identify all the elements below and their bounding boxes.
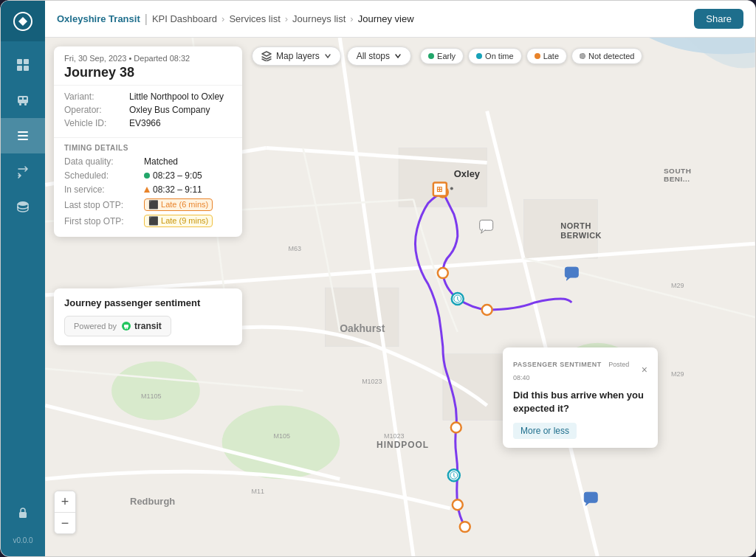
bus-icon — [16, 93, 30, 108]
scheduled-dot — [144, 173, 150, 179]
svg-point-43 — [482, 305, 492, 315]
svg-text:M1105: M1105 — [141, 392, 161, 400]
vehicle-label: Vehicle ID: — [64, 118, 123, 128]
sidebar-item-bus[interactable] — [1, 83, 45, 118]
legend-notdetected: Not detected — [571, 48, 642, 64]
svg-rect-14 — [19, 512, 27, 518]
timing-inservice: In service: 08:32 – 9:11 — [64, 184, 232, 195]
map-layers-button[interactable]: Map layers — [252, 46, 341, 66]
chevron-down-stops-icon — [394, 52, 402, 60]
sidebar-item-transfer[interactable] — [1, 153, 45, 189]
zoom-controls: + − — [54, 491, 76, 534]
scheduled-value: 08:23 – 9:05 — [144, 170, 202, 181]
popup-close-button[interactable]: × — [642, 364, 647, 375]
variant-label: Variant: — [64, 91, 123, 102]
svg-point-45 — [453, 499, 463, 510]
svg-text:M29: M29 — [671, 282, 684, 289]
map-toolbar: Map layers All stops Early — [252, 46, 743, 66]
all-stops-button[interactable]: All stops — [347, 46, 411, 66]
sidebar-item-lock[interactable] — [1, 495, 45, 530]
svg-text:M1023: M1023 — [384, 432, 404, 440]
timing-section: TIMING DETAILS Data quality: Matched Sch… — [54, 137, 242, 237]
sentiment-panel: Journey passenger sentiment Powered by t… — [54, 288, 242, 345]
breadcrumb-journeys[interactable]: Journeys list — [292, 13, 346, 24]
layers-icon — [261, 51, 272, 61]
svg-line-30 — [524, 258, 755, 317]
svg-rect-6 — [19, 103, 21, 105]
list-icon — [16, 128, 30, 143]
lock-icon — [16, 505, 30, 520]
map-container[interactable]: M1022 M63 M1023 M1105 M105 M11 M29 M29 M… — [45, 38, 755, 556]
ontime-dot — [476, 53, 482, 59]
svg-text:BENI...: BENI... — [664, 175, 690, 183]
svg-rect-8 — [19, 97, 22, 100]
operator-value: Oxley Bus Company — [129, 105, 210, 115]
legend-early: Early — [420, 48, 464, 64]
variant-value: Little Northpool to Oxley — [129, 91, 224, 102]
share-button[interactable]: Share — [694, 9, 743, 29]
breadcrumb-current: Journey view — [358, 13, 414, 24]
late-dot — [535, 53, 540, 59]
operator-label: Operator: — [64, 105, 123, 115]
svg-rect-2 — [24, 59, 29, 64]
timing-title: TIMING DETAILS — [64, 144, 232, 152]
sidebar-item-grid[interactable] — [1, 47, 45, 83]
svg-rect-55 — [480, 220, 493, 230]
map-layers-label: Map layers — [276, 51, 320, 61]
map-legend: Early On time Late Not detected — [420, 48, 642, 64]
zoom-out-button[interactable]: − — [55, 513, 75, 533]
zoom-in-button[interactable]: + — [55, 491, 75, 512]
journey-date: Fri, 30 Sep, 2023 • Departed 08:32 — [64, 54, 232, 63]
svg-point-16 — [111, 361, 200, 421]
legend-ontime: On time — [468, 48, 522, 64]
popup-question: Did this bus arrive when you expected it… — [513, 389, 647, 415]
timing-firststop: First stop OTP: ⬛ Late (9 mins) — [64, 215, 232, 227]
data-icon — [16, 199, 30, 214]
breadcrumb-services[interactable]: Services list — [229, 13, 280, 24]
sidebar-logo[interactable] — [1, 1, 45, 41]
inservice-label: In service: — [64, 184, 138, 195]
notdetected-label: Not detected — [588, 52, 634, 60]
firststop-badge: ⬛ Late (9 mins) — [144, 215, 213, 227]
breadcrumb-app[interactable]: Oxleyshire Transit — [57, 13, 140, 24]
svg-text:NORTH: NORTH — [560, 221, 591, 230]
breadcrumb: Oxleyshire Transit | KPI Dashboard › Ser… — [57, 13, 414, 26]
svg-rect-72 — [125, 328, 126, 329]
journey-panel: Fri, 30 Sep, 2023 • Departed 08:32 Journ… — [54, 46, 242, 237]
popup-label: PASSENGER SENTIMENT — [513, 361, 602, 368]
firststop-label: First stop OTP: — [64, 216, 138, 226]
svg-rect-5 — [18, 96, 28, 103]
sidebar-item-data[interactable] — [1, 189, 45, 224]
svg-rect-73 — [127, 328, 128, 329]
timing-quality: Data quality: Matched — [64, 156, 232, 167]
transit-logo: transit — [121, 321, 162, 331]
svg-text:⊞: ⊞ — [436, 185, 442, 193]
app-shell: v0.0.0 Oxleyshire Transit | KPI Dashboar… — [0, 0, 756, 557]
svg-rect-58 — [584, 492, 597, 502]
svg-point-46 — [460, 522, 470, 532]
breadcrumb-kpi[interactable]: KPI Dashboard — [152, 13, 217, 24]
transfer-icon — [16, 164, 30, 179]
journey-title: Journey 38 — [64, 65, 232, 80]
timing-laststop: Last stop OTP: ⬛ Late (6 mins) — [64, 198, 232, 211]
laststop-badge: ⬛ Late (6 mins) — [144, 198, 213, 211]
chevron-down-icon — [324, 52, 331, 60]
triangle-icon — [144, 187, 150, 193]
variant-row: Variant: Little Northpool to Oxley — [64, 91, 232, 102]
quality-label: Data quality: — [64, 156, 138, 167]
notdetected-dot — [580, 53, 585, 59]
legend-late: Late — [526, 48, 567, 64]
sidebar-version: v0.0.0 — [13, 530, 32, 550]
all-stops-label: All stops — [357, 51, 390, 61]
sidebar: v0.0.0 — [1, 1, 45, 556]
svg-text:Oxley: Oxley — [454, 168, 481, 179]
vehicle-row: Vehicle ID: EV3966 — [64, 118, 232, 128]
svg-rect-20 — [443, 354, 509, 421]
main-content: Oxleyshire Transit | KPI Dashboard › Ser… — [45, 1, 755, 556]
timing-scheduled: Scheduled: 08:23 – 9:05 — [64, 170, 232, 181]
svg-rect-19 — [325, 288, 399, 347]
svg-point-13 — [18, 201, 28, 206]
popup-header: PASSENGER SENTIMENT Posted 08:40 × — [513, 356, 647, 383]
sidebar-item-list[interactable] — [1, 118, 45, 153]
svg-rect-3 — [17, 66, 22, 71]
